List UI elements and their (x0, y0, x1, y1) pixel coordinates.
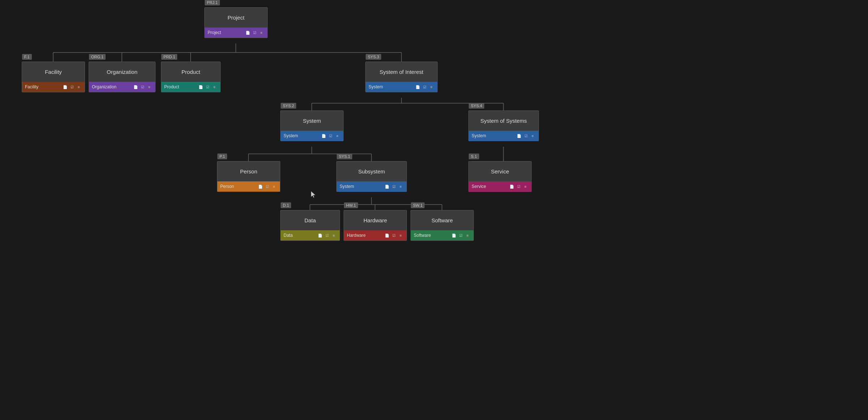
list-icon[interactable]: ≡ (212, 84, 217, 90)
doc-icon[interactable]: 📄 (516, 133, 522, 139)
check-icon[interactable]: ☑ (324, 232, 330, 238)
footer-icons-organization: 📄 ☑ ≡ (133, 84, 152, 90)
node-data[interactable]: D.1 Data Data 📄 ☑ ≡ (280, 210, 340, 241)
node-product[interactable]: PRD.1 Product Product 📄 ☑ ≡ (161, 62, 221, 92)
node-system2[interactable]: SYS.2 System System 📄 ☑ ≡ (280, 110, 344, 141)
check-icon[interactable]: ☑ (252, 30, 258, 35)
node-subsystem[interactable]: SYS.1 Subsystem System 📄 ☑ ≡ (336, 161, 407, 192)
doc-icon[interactable]: 📄 (258, 184, 263, 189)
node-id-system2: SYS.2 (281, 103, 296, 109)
footer-icons-hardware: 📄 ☑ ≡ (384, 232, 404, 238)
footer-icons-subsystem: 📄 ☑ ≡ (384, 184, 404, 189)
tree-container: PRJ.1 Project Project 📄 ☑ ≡ F.1 Facility… (0, 0, 868, 420)
doc-icon[interactable]: 📄 (245, 30, 251, 35)
node-id-system-of-systems: SYS.4 (469, 103, 484, 109)
footer-icons-service: 📄 ☑ ≡ (509, 184, 528, 189)
check-icon[interactable]: ☑ (458, 232, 464, 238)
footer-icons-system2: 📄 ☑ ≡ (321, 133, 340, 139)
check-icon[interactable]: ☑ (205, 84, 210, 90)
doc-icon[interactable]: 📄 (321, 133, 327, 139)
node-title-system-of-interest: System of Interest (366, 62, 437, 82)
list-icon[interactable]: ≡ (398, 232, 404, 238)
footer-label-person: Person (220, 184, 234, 189)
cursor (311, 191, 315, 198)
check-icon[interactable]: ☑ (516, 184, 522, 189)
footer-label-system-of-systems: System (472, 133, 486, 138)
node-footer-person: Person 📄 ☑ ≡ (217, 181, 280, 192)
doc-icon[interactable]: 📄 (317, 232, 323, 238)
doc-icon[interactable]: 📄 (415, 84, 421, 90)
doc-icon[interactable]: 📄 (509, 184, 515, 189)
footer-label-system2: System (284, 133, 298, 138)
list-icon[interactable]: ≡ (523, 184, 528, 189)
node-title-software: Software (411, 210, 473, 230)
list-icon[interactable]: ≡ (398, 184, 404, 189)
list-icon[interactable]: ≡ (335, 133, 340, 139)
footer-label-system-of-interest: System (369, 84, 383, 89)
footer-label-facility: Facility (25, 84, 38, 89)
node-title-product: Product (161, 62, 220, 82)
footer-icons-facility: 📄 ☑ ≡ (62, 84, 82, 90)
node-title-hardware: Hardware (344, 210, 407, 230)
doc-icon[interactable]: 📄 (62, 84, 68, 90)
node-id-data: D.1 (281, 202, 291, 208)
node-footer-system-of-interest: System 📄 ☑ ≡ (366, 82, 437, 92)
node-title-data: Data (281, 210, 340, 230)
node-software[interactable]: SW.1 Software Software 📄 ☑ ≡ (410, 210, 474, 241)
node-id-project: PRJ.1 (205, 0, 220, 5)
node-footer-data: Data 📄 ☑ ≡ (281, 230, 340, 240)
node-id-software: SW.1 (411, 202, 425, 208)
doc-icon[interactable]: 📄 (133, 84, 139, 90)
check-icon[interactable]: ☑ (69, 84, 75, 90)
check-icon[interactable]: ☑ (391, 184, 397, 189)
list-icon[interactable]: ≡ (259, 30, 264, 35)
node-title-service: Service (469, 161, 531, 181)
svg-marker-20 (311, 191, 315, 198)
list-icon[interactable]: ≡ (465, 232, 471, 238)
doc-icon[interactable]: 📄 (451, 232, 457, 238)
node-organization[interactable]: ORG.1 Organization Organization 📄 ☑ ≡ (89, 62, 156, 92)
list-icon[interactable]: ≡ (331, 232, 337, 238)
node-person[interactable]: P.1 Person Person 📄 ☑ ≡ (217, 161, 280, 192)
node-title-system2: System (281, 111, 343, 131)
list-icon[interactable]: ≡ (530, 133, 536, 139)
list-icon[interactable]: ≡ (76, 84, 82, 90)
node-facility[interactable]: F.1 Facility Facility 📄 ☑ ≡ (22, 62, 85, 92)
check-icon[interactable]: ☑ (328, 133, 333, 139)
node-id-person: P.1 (217, 154, 227, 159)
footer-icons-project: 📄 ☑ ≡ (245, 30, 264, 35)
node-project[interactable]: PRJ.1 Project Project 📄 ☑ ≡ (204, 7, 268, 38)
node-footer-hardware: Hardware 📄 ☑ ≡ (344, 230, 407, 240)
node-id-service: S.1 (469, 154, 479, 159)
node-title-subsystem: Subsystem (337, 161, 407, 181)
node-footer-facility: Facility 📄 ☑ ≡ (22, 82, 85, 92)
footer-label-data: Data (284, 233, 293, 238)
node-service[interactable]: S.1 Service Service 📄 ☑ ≡ (468, 161, 532, 192)
node-footer-project: Project 📄 ☑ ≡ (205, 28, 267, 38)
list-icon[interactable]: ≡ (146, 84, 152, 90)
check-icon[interactable]: ☑ (523, 133, 529, 139)
node-id-hardware: HW.1 (344, 202, 358, 208)
footer-label-product: Product (164, 84, 179, 89)
footer-label-software: Software (414, 233, 431, 238)
check-icon[interactable]: ☑ (391, 232, 397, 238)
node-system-of-interest[interactable]: SYS.3 System of Interest System 📄 ☑ ≡ (365, 62, 438, 92)
doc-icon[interactable]: 📄 (384, 232, 390, 238)
node-id-product: PRD.1 (161, 54, 177, 60)
node-id-subsystem: SYS.1 (337, 154, 352, 159)
list-icon[interactable]: ≡ (429, 84, 434, 90)
node-title-person: Person (217, 161, 280, 181)
node-hardware[interactable]: HW.1 Hardware Hardware 📄 ☑ ≡ (344, 210, 407, 241)
check-icon[interactable]: ☑ (264, 184, 270, 189)
footer-label-service: Service (472, 184, 486, 189)
footer-label-organization: Organization (92, 84, 116, 89)
footer-icons-system-of-systems: 📄 ☑ ≡ (516, 133, 536, 139)
node-system-of-systems[interactable]: SYS.4 System of Systems System 📄 ☑ ≡ (468, 110, 539, 141)
check-icon[interactable]: ☑ (422, 84, 427, 90)
doc-icon[interactable]: 📄 (384, 184, 390, 189)
check-icon[interactable]: ☑ (140, 84, 145, 90)
list-icon[interactable]: ≡ (271, 184, 277, 189)
node-title-facility: Facility (22, 62, 85, 82)
footer-icons-person: 📄 ☑ ≡ (258, 184, 277, 189)
doc-icon[interactable]: 📄 (198, 84, 204, 90)
